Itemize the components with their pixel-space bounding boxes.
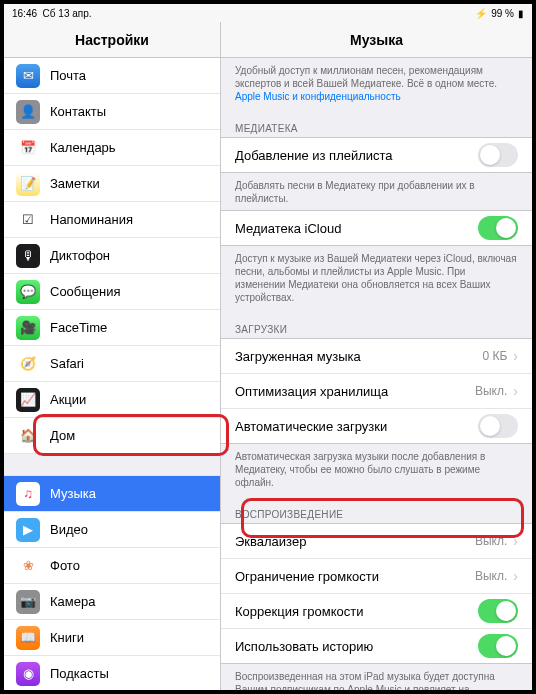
sidebar-item-Напоминания[interactable]: ☑Напоминания [4,202,220,238]
sidebar-item-Календарь[interactable]: 📅Календарь [4,130,220,166]
settings-row[interactable]: ЭквалайзерВыкл.› [221,523,532,559]
app-icon: 🎥 [16,316,40,340]
app-icon: 📅 [16,136,40,160]
sidebar-item-label: Safari [50,356,84,371]
toggle[interactable] [478,216,518,240]
sidebar-item-label: Камера [50,594,95,609]
sidebar-item-label: Почта [50,68,86,83]
settings-row[interactable]: Автоматические загрузки [221,408,532,444]
sidebar-item-label: Сообщения [50,284,121,299]
group-note: Добавлять песни в Медиатеку при добавлен… [221,173,532,211]
app-icon: 📈 [16,388,40,412]
group-note: Удобный доступ к миллионам песен, рекоме… [221,58,532,109]
sidebar-item-label: Подкасты [50,666,109,681]
sidebar-list: ✉Почта👤Контакты📅Календарь📝Заметки☑Напоми… [4,58,220,690]
app-icon: ▶ [16,518,40,542]
sidebar-item-Видео[interactable]: ▶Видео [4,512,220,548]
app-icon: ❀ [16,554,40,578]
status-left: 16:46 Сб 13 апр. [12,8,92,19]
row-value: Выкл. [475,569,507,583]
row-label: Медиатека iCloud [235,221,478,236]
sidebar-item-label: Музыка [50,486,96,501]
sidebar-item-Сообщения[interactable]: 💬Сообщения [4,274,220,310]
sidebar-item-label: Акции [50,392,86,407]
row-value: Выкл. [475,534,507,548]
app-icon: 📷 [16,590,40,614]
sidebar-title: Настройки [4,22,220,58]
row-label: Ограничение громкости [235,569,475,584]
app-icon: ♫ [16,482,40,506]
sidebar-item-label: Диктофон [50,248,110,263]
app-icon: ◉ [16,662,40,686]
toggle[interactable] [478,634,518,658]
sidebar-item-Почта[interactable]: ✉Почта [4,58,220,94]
detail-title: Музыка [221,22,532,58]
settings-row[interactable]: Ограничение громкостиВыкл.› [221,558,532,594]
status-right: ⚡ 99 % ▮ [475,8,524,19]
row-label: Оптимизация хранилища [235,384,475,399]
sidebar-item-Дом[interactable]: 🏠Дом [4,418,220,454]
row-label: Автоматические загрузки [235,419,478,434]
sidebar-item-Диктофон[interactable]: 🎙Диктофон [4,238,220,274]
toggle[interactable] [478,599,518,623]
sidebar-item-label: Напоминания [50,212,133,227]
row-value: 0 КБ [482,349,507,363]
battery-icon: ▮ [518,8,524,19]
sidebar-item-label: Видео [50,522,88,537]
row-value: Выкл. [475,384,507,398]
row-label: Эквалайзер [235,534,475,549]
sidebar-item-label: Заметки [50,176,100,191]
detail-pane: Музыка Удобный доступ к миллионам песен,… [221,22,532,690]
row-label: Добавление из плейлиста [235,148,478,163]
chevron-icon: › [513,533,518,549]
app-icon: 💬 [16,280,40,304]
chevron-icon: › [513,568,518,584]
sidebar-item-Музыка[interactable]: ♫Музыка [4,476,220,512]
app-icon: 🎙 [16,244,40,268]
row-label: Коррекция громкости [235,604,478,619]
sidebar-item-Фото[interactable]: ❀Фото [4,548,220,584]
settings-row[interactable]: Использовать историю [221,628,532,664]
app-icon: 📖 [16,626,40,650]
group-note: Доступ к музыке из Вашей Медиатеки через… [221,246,532,310]
settings-row[interactable]: Коррекция громкости [221,593,532,629]
row-label: Использовать историю [235,639,478,654]
detail-content: Удобный доступ к миллионам песен, рекоме… [221,58,532,690]
group-header: ЗАГРУЗКИ [221,310,532,339]
sidebar-item-Акции[interactable]: 📈Акции [4,382,220,418]
sidebar-item-Книги[interactable]: 📖Книги [4,620,220,656]
toggle[interactable] [478,414,518,438]
sidebar: Настройки ✉Почта👤Контакты📅Календарь📝Заме… [4,22,221,690]
settings-row[interactable]: Оптимизация хранилищаВыкл.› [221,373,532,409]
toggle[interactable] [478,143,518,167]
chevron-icon: › [513,383,518,399]
app-icon: ✉ [16,64,40,88]
settings-row[interactable]: Медиатека iCloud [221,210,532,246]
battery-icon: ⚡ [475,8,487,19]
app-icon: 🧭 [16,352,40,376]
sidebar-item-label: Контакты [50,104,106,119]
sidebar-item-Камера[interactable]: 📷Камера [4,584,220,620]
sidebar-item-label: Книги [50,630,84,645]
sidebar-item-label: FaceTime [50,320,107,335]
app-icon: 📝 [16,172,40,196]
group-note: Воспроизведенная на этом iPad музыка буд… [221,664,532,690]
link[interactable]: Apple Music и конфиденциальность [235,91,401,102]
status-bar: 16:46 Сб 13 апр. ⚡ 99 % ▮ [4,4,532,22]
app-icon: 👤 [16,100,40,124]
sidebar-item-label: Дом [50,428,75,443]
sidebar-item-Заметки[interactable]: 📝Заметки [4,166,220,202]
settings-row[interactable]: Добавление из плейлиста [221,137,532,173]
settings-row[interactable]: Загруженная музыка0 КБ› [221,338,532,374]
sidebar-item-Подкасты[interactable]: ◉Подкасты [4,656,220,690]
group-header: ВОСПРОИЗВЕДЕНИЕ [221,495,532,524]
row-label: Загруженная музыка [235,349,482,364]
sidebar-item-label: Фото [50,558,80,573]
sidebar-item-label: Календарь [50,140,116,155]
sidebar-item-Контакты[interactable]: 👤Контакты [4,94,220,130]
app-icon: ☑ [16,208,40,232]
app-icon: 🏠 [16,424,40,448]
sidebar-item-FaceTime[interactable]: 🎥FaceTime [4,310,220,346]
chevron-icon: › [513,348,518,364]
sidebar-item-Safari[interactable]: 🧭Safari [4,346,220,382]
